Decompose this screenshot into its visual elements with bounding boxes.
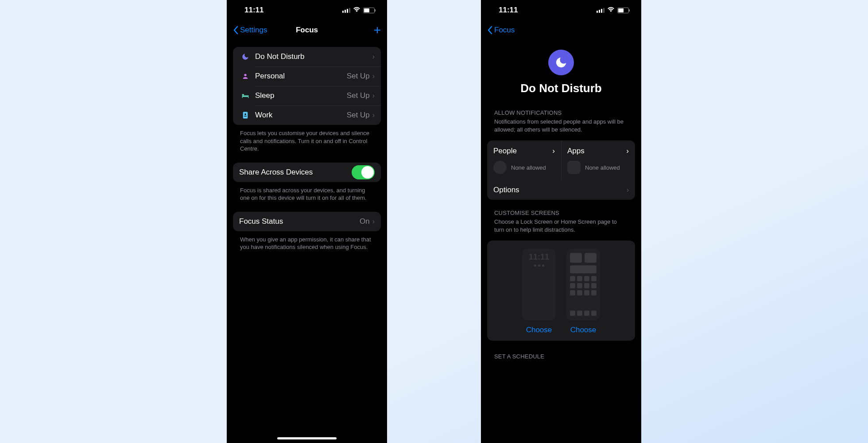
focus-mode-label: Personal xyxy=(255,72,347,81)
svg-rect-3 xyxy=(242,97,243,98)
chevron-right-icon: › xyxy=(627,186,629,194)
wifi-icon xyxy=(607,6,615,15)
moon-icon xyxy=(239,53,252,61)
chevron-left-icon xyxy=(487,26,492,35)
share-toggle[interactable] xyxy=(352,165,375,179)
back-label: Focus xyxy=(494,26,515,35)
customise-description: Choose a Lock Screen or Home Screen page… xyxy=(487,217,635,237)
svg-rect-7 xyxy=(244,116,247,117)
svg-rect-1 xyxy=(242,95,249,97)
mock-time: 11:11 xyxy=(526,253,552,261)
back-button[interactable]: Settings xyxy=(233,26,267,35)
options-label: Options xyxy=(493,186,624,194)
cellular-icon xyxy=(597,8,604,13)
share-caption: Focus is shared across your devices, and… xyxy=(233,182,381,202)
svg-point-0 xyxy=(244,74,246,76)
status-bar: 11:11 xyxy=(481,0,641,20)
apps-label: Apps xyxy=(567,147,585,155)
dnd-header: Do Not Disturb xyxy=(481,40,641,100)
page-title: Do Not Disturb xyxy=(481,82,641,95)
status-time: 11:11 xyxy=(244,6,264,15)
allow-description: Notifications from selected people and a… xyxy=(487,117,635,137)
focus-mode-personal[interactable]: Personal Set Up › xyxy=(233,66,381,86)
svg-point-6 xyxy=(244,113,246,115)
focus-status-group: Focus Status On › xyxy=(233,212,381,231)
badge-icon xyxy=(239,111,252,119)
add-button[interactable]: + xyxy=(374,24,381,36)
lock-screen-mock: 11:11 Choose xyxy=(522,249,556,334)
choose-lock-button[interactable]: Choose xyxy=(526,326,552,334)
home-indicator[interactable] xyxy=(277,437,337,439)
modes-caption: Focus lets you customise your devices an… xyxy=(233,125,381,153)
focus-modes-group: Do Not Disturb › Personal Set Up › Sleep… xyxy=(233,47,381,125)
share-group: Share Across Devices xyxy=(233,163,381,182)
chevron-right-icon: › xyxy=(372,72,375,80)
svg-rect-5 xyxy=(243,112,248,119)
focus-mode-work[interactable]: Work Set Up › xyxy=(233,105,381,125)
battery-icon xyxy=(363,8,375,13)
chevron-right-icon: › xyxy=(372,111,375,119)
chevron-right-icon: › xyxy=(372,92,375,100)
nav-bar: Focus xyxy=(481,20,641,40)
home-screen-mock: Choose xyxy=(566,249,600,334)
people-label: People xyxy=(493,147,517,155)
focus-mode-label: Do Not Disturb xyxy=(255,52,370,61)
status-time: 11:11 xyxy=(499,6,518,15)
choose-home-button[interactable]: Choose xyxy=(570,326,597,334)
chevron-right-icon: › xyxy=(626,147,629,155)
share-label: Share Across Devices xyxy=(239,168,352,177)
chevron-left-icon xyxy=(233,26,238,35)
options-row[interactable]: Options › xyxy=(487,180,635,200)
focus-mode-dnd[interactable]: Do Not Disturb › xyxy=(233,47,381,66)
apps-none: None allowed xyxy=(585,164,620,171)
moon-icon xyxy=(548,50,574,75)
people-button[interactable]: People› None allowed xyxy=(487,140,561,180)
cellular-icon xyxy=(342,8,350,13)
bed-icon xyxy=(239,93,252,99)
nav-bar: Settings Focus + xyxy=(227,20,387,40)
avatar-placeholder xyxy=(493,161,507,174)
focus-mode-label: Work xyxy=(255,111,347,120)
wifi-icon xyxy=(353,6,360,15)
chevron-right-icon: › xyxy=(552,147,555,155)
focus-status-value: On xyxy=(360,217,370,226)
focus-mode-sleep[interactable]: Sleep Set Up › xyxy=(233,86,381,105)
svg-rect-4 xyxy=(248,97,249,98)
focus-status-caption: When you give an app permission, it can … xyxy=(233,231,381,251)
focus-mode-label: Sleep xyxy=(255,91,347,100)
chevron-right-icon: › xyxy=(372,218,375,225)
focus-mode-detail: Set Up xyxy=(347,111,370,120)
status-bar: 11:11 xyxy=(227,0,387,20)
chevron-right-icon: › xyxy=(372,53,375,61)
back-label: Settings xyxy=(240,26,267,35)
apps-button[interactable]: Apps› None allowed xyxy=(561,140,635,180)
focus-status-row[interactable]: Focus Status On › xyxy=(233,212,381,231)
people-none: None allowed xyxy=(511,164,546,171)
allow-group: People› None allowed Apps› None allowed … xyxy=(487,140,635,200)
customise-header: CUSTOMISE SCREENS xyxy=(487,200,635,217)
phone-focus-list: 11:11 Settings Focus + Do Not Disturb › … xyxy=(227,0,387,443)
phone-dnd-detail: 11:11 Focus Do Not Disturb ALLOW NOTIFIC… xyxy=(481,0,641,443)
allow-header: ALLOW NOTIFICATIONS xyxy=(487,100,635,117)
focus-mode-detail: Set Up xyxy=(347,91,370,100)
share-row: Share Across Devices xyxy=(233,163,381,182)
focus-mode-detail: Set Up xyxy=(347,72,370,81)
focus-status-label: Focus Status xyxy=(239,217,360,226)
back-button[interactable]: Focus xyxy=(487,26,515,35)
customise-group: 11:11 Choose Choose xyxy=(487,241,635,341)
person-icon xyxy=(239,73,252,80)
schedule-header: SET A SCHEDULE xyxy=(487,341,635,361)
svg-rect-2 xyxy=(242,94,244,95)
battery-icon xyxy=(617,8,629,13)
app-placeholder xyxy=(567,161,581,174)
